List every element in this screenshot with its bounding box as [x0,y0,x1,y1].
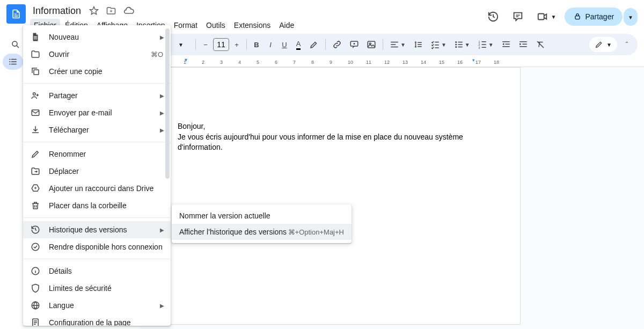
menu-add-shortcut[interactable]: Ajouter un raccourci dans Drive [23,180,171,197]
decrease-font-icon[interactable]: − [199,38,212,52]
collapse-toolbar-icon[interactable]: ˆ [620,38,633,52]
checklist-icon[interactable]: ▼ [427,36,450,53]
menu-version-history[interactable]: Historique des versions▶ [23,221,171,238]
svg-rect-1 [575,16,580,19]
download-icon [31,125,41,135]
document-page[interactable]: Bonjour, Je vous écris aujourd'hui pour … [140,67,521,325]
svg-point-15 [455,41,457,43]
move-folder-icon[interactable] [104,4,118,18]
svg-rect-20 [458,47,462,48]
mail-icon [31,108,41,118]
menu-offline[interactable]: Rendre disponible hors connexion [23,238,171,255]
left-rail [0,54,26,70]
share-label: Partager [585,12,614,21]
comment-icon[interactable] [346,36,362,53]
shield-icon [31,283,41,293]
menu-make-copy[interactable]: Créer une copie [23,63,171,80]
rename-icon [31,149,41,159]
svg-point-45 [32,243,39,251]
indent-icon[interactable] [515,36,531,53]
chevron-right-icon: ▶ [160,110,164,116]
globe-icon [31,301,41,310]
copy-icon [31,67,41,76]
chevron-right-icon: ▶ [160,127,164,133]
menu-share[interactable]: Partager▶ [23,87,171,104]
menu-download[interactable]: Télécharger▶ [23,121,171,138]
bullet-list-icon[interactable]: ▼ [451,36,473,53]
numbered-list-icon[interactable]: 123▼ [474,36,497,53]
outdent-icon[interactable] [498,36,514,53]
menu-language[interactable]: Langue▶ [23,297,171,314]
menu-trash[interactable]: Placer dans la corbeille [23,197,171,214]
text-color-icon[interactable]: A [292,36,305,53]
svg-rect-38 [11,64,17,65]
outline-toggle-icon[interactable] [3,54,23,70]
search-menus-icon[interactable] [8,36,24,53]
menu-outils[interactable]: Outils [202,19,229,32]
highlight-icon[interactable] [306,36,322,53]
star-icon[interactable] [87,4,101,18]
svg-rect-40 [34,38,37,38]
font-size-input[interactable] [213,38,229,51]
svg-rect-37 [9,64,10,65]
increase-font-icon[interactable]: + [230,38,243,52]
clear-format-icon[interactable] [532,36,548,53]
menu-security[interactable]: Limites de sécurité [23,280,171,297]
svg-point-2 [12,41,17,46]
link-icon[interactable] [329,36,345,53]
svg-rect-0 [538,14,544,20]
svg-rect-26 [481,47,486,48]
meet-button[interactable]: ▼ [532,8,560,26]
svg-rect-18 [458,42,462,43]
history-icon[interactable] [483,6,503,27]
docs-logo[interactable] [6,4,26,24]
svg-text:3: 3 [478,46,480,49]
offline-icon [31,242,41,252]
right-indent-icon[interactable]: ▾ [472,57,475,63]
share-icon [31,91,41,100]
svg-rect-35 [9,61,10,62]
chevron-right-icon: ▶ [160,303,164,309]
submenu-show-history[interactable]: Afficher l'historique des versions⌘+Opti… [172,224,352,240]
svg-rect-10 [391,44,396,45]
editing-mode-button[interactable]: ▼ [589,37,617,52]
align-icon[interactable]: ▼ [386,36,409,53]
horizontal-ruler[interactable]: ▼ ▾ 123456789101112131415161718 [140,59,644,67]
text-line: Bonjour, [178,121,482,132]
comments-icon[interactable] [508,6,528,27]
svg-point-16 [455,44,457,46]
bold-icon[interactable]: B [250,38,263,52]
italic-icon[interactable]: I [264,38,277,52]
svg-rect-24 [481,41,486,42]
submenu-name-version[interactable]: Nommer la version actuelle [172,208,352,224]
drive-shortcut-icon [31,184,41,193]
page-area: Bonjour, Je vous écris aujourd'hui pour … [140,67,644,329]
menu-move[interactable]: Déplacer [23,163,171,180]
menu-page-setup[interactable]: Configuration de la page [23,314,171,326]
move-icon [31,166,41,176]
menu-aide[interactable]: Aide [275,19,298,32]
svg-rect-33 [9,59,10,60]
header-right: ▼ Partager ▼ [483,3,638,27]
menu-rename[interactable]: Renommer [23,145,171,163]
menu-details[interactable]: Détails [23,262,171,280]
cloud-status-icon[interactable] [121,3,136,18]
menu-format[interactable]: Format [170,19,201,32]
line-spacing-icon[interactable] [410,36,426,53]
menu-new[interactable]: Nouveau▶ [23,28,171,46]
share-button[interactable]: Partager [565,8,623,26]
svg-rect-9 [391,42,398,43]
menu-extensions[interactable]: Extensions [230,19,274,32]
image-icon[interactable] [363,36,379,53]
document-title[interactable]: Information [30,5,84,17]
svg-rect-13 [418,44,422,45]
folder-icon [31,49,41,59]
history-icon [31,225,41,235]
menu-open[interactable]: Ouvrir⌘O [23,46,171,63]
menu-email[interactable]: Envoyer par e-mail▶ [23,104,171,121]
trash-icon [31,201,41,210]
text-line: d'information. [178,142,482,153]
underline-icon[interactable]: U [278,38,291,52]
share-dropdown[interactable]: ▼ [624,8,638,26]
svg-rect-30 [519,41,527,42]
